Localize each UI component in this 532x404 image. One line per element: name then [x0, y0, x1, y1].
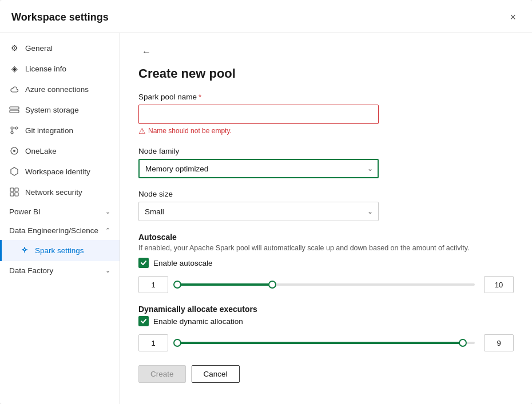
spark-settings-icon	[20, 245, 29, 256]
diamond-icon: ◈	[9, 63, 19, 74]
sidebar-item-onelake[interactable]: OneLake	[0, 141, 120, 161]
sidebar-item-label: OneLake	[25, 147, 57, 155]
svg-rect-8	[10, 188, 14, 191]
chevron-down-icon: ⌄	[105, 267, 110, 274]
sidebar-section-data-factory[interactable]: Data Factory ⌄	[0, 261, 120, 280]
autoscale-thumb-left[interactable]	[173, 281, 181, 289]
modal-header: Workspace settings ×	[0, 0, 532, 33]
svg-marker-7	[11, 167, 18, 175]
sidebar-item-license-info[interactable]: ◈ License info	[0, 58, 120, 79]
autoscale-desc: If enabled, your Apache Spark pool will …	[138, 244, 514, 252]
dynamic-alloc-slider-track[interactable]	[177, 342, 475, 344]
chevron-down-icon: ⌄	[105, 208, 110, 215]
close-button[interactable]: ×	[505, 9, 521, 26]
svg-rect-11	[15, 193, 18, 196]
cancel-button[interactable]: Cancel	[192, 365, 240, 383]
sidebar: ⚙ General ◈ License info Azure connectio…	[0, 33, 120, 404]
main-content: ← Create new pool Spark pool name* ⚠ Nam…	[120, 33, 532, 404]
sidebar-item-label: Spark settings	[35, 246, 84, 255]
dynamic-alloc-checkbox-row: Enable dynamic allocation	[138, 316, 514, 326]
node-family-select[interactable]: Memory optimized Compute optimized Gener…	[138, 159, 379, 178]
sidebar-section-label: Data Engineering/Science	[9, 226, 98, 235]
autoscale-title: Autoscale	[138, 233, 514, 242]
autoscale-slider-track[interactable]	[177, 283, 475, 286]
svg-point-3	[15, 127, 18, 129]
autoscale-max-input[interactable]: 10	[484, 276, 514, 293]
workspace-settings-modal: Workspace settings × ⚙ General ◈ License…	[0, 0, 532, 404]
git-icon	[9, 125, 19, 135]
dynamic-alloc-section: Dynamically allocate executors Enable dy…	[138, 305, 514, 351]
sidebar-item-spark-settings[interactable]: Spark settings	[0, 240, 120, 261]
autoscale-checkbox-row: Enable autoscale	[138, 258, 514, 268]
sidebar-item-workspace-identity[interactable]: Workspace identity	[0, 161, 120, 182]
dynamic-alloc-thumb-left[interactable]	[173, 339, 181, 347]
sidebar-item-label: Git integration	[25, 126, 73, 135]
node-family-label: Node family	[138, 147, 514, 155]
autoscale-thumb-right[interactable]	[268, 281, 276, 289]
workspace-identity-icon	[9, 166, 19, 177]
sidebar-item-label: Azure connections	[25, 85, 89, 94]
node-size-section: Node size Small Medium Large X-Large XX-…	[138, 190, 514, 221]
autoscale-checkbox[interactable]	[138, 258, 149, 268]
node-size-label: Node size	[138, 190, 514, 198]
button-row: Create Cancel	[138, 365, 514, 383]
storage-icon	[9, 105, 19, 115]
back-button[interactable]: ←	[138, 45, 154, 59]
sidebar-section-power-bi[interactable]: Power BI ⌄	[0, 202, 120, 221]
sidebar-item-label: System storage	[25, 106, 79, 114]
sidebar-item-label: General	[25, 44, 53, 53]
page-title: Create new pool	[138, 66, 514, 81]
sidebar-section-label: Data Factory	[9, 266, 53, 275]
sidebar-section-data-engineering[interactable]: Data Engineering/Science ⌃	[0, 221, 120, 240]
pool-name-error: ⚠ Name should not be empty.	[138, 126, 514, 135]
node-family-select-wrapper: Memory optimized Compute optimized Gener…	[138, 159, 379, 178]
sidebar-section-label: Power BI	[9, 207, 41, 216]
onelake-icon	[9, 146, 19, 156]
svg-rect-0	[10, 107, 19, 109]
node-family-section: Node family Memory optimized Compute opt…	[138, 147, 514, 178]
sidebar-item-label: Network security	[25, 188, 82, 197]
dynamic-alloc-slider-fill	[177, 342, 463, 344]
svg-point-4	[11, 127, 13, 129]
autoscale-slider-fill	[177, 283, 272, 286]
sidebar-item-git-integration[interactable]: Git integration	[0, 120, 120, 141]
dynamic-alloc-checkbox[interactable]	[138, 316, 149, 326]
node-size-select-wrapper: Small Medium Large X-Large XX-Large ⌄	[138, 202, 379, 221]
autoscale-min-input[interactable]: 1	[138, 276, 168, 293]
sidebar-item-label: License info	[25, 65, 66, 73]
sidebar-item-general[interactable]: ⚙ General	[0, 38, 120, 58]
modal-body: ⚙ General ◈ License info Azure connectio…	[0, 33, 532, 404]
dynamic-alloc-max-input[interactable]: 9	[484, 334, 514, 351]
pool-name-input[interactable]	[138, 105, 379, 124]
dynamic-alloc-min-input[interactable]: 1	[138, 334, 168, 351]
required-marker: *	[198, 93, 201, 101]
dynamic-alloc-thumb-right[interactable]	[459, 339, 467, 347]
dynamic-alloc-slider-row: 1 9	[138, 334, 514, 351]
create-button[interactable]: Create	[138, 365, 186, 383]
pool-name-label: Spark pool name*	[138, 93, 514, 101]
sidebar-item-label: Workspace identity	[25, 167, 90, 176]
sidebar-item-network-security[interactable]: Network security	[0, 182, 120, 202]
chevron-up-icon: ⌃	[105, 227, 110, 234]
node-size-select[interactable]: Small Medium Large X-Large XX-Large	[138, 202, 379, 221]
cloud-icon	[9, 84, 19, 94]
svg-point-2	[11, 131, 13, 134]
network-security-icon	[9, 187, 19, 197]
sidebar-item-system-storage[interactable]: System storage	[0, 99, 120, 120]
modal-title: Workspace settings	[11, 11, 109, 23]
error-icon: ⚠	[138, 126, 146, 135]
svg-rect-9	[15, 188, 18, 191]
svg-rect-1	[10, 110, 19, 113]
svg-rect-10	[10, 193, 14, 196]
autoscale-section: Autoscale If enabled, your Apache Spark …	[138, 233, 514, 293]
gear-icon: ⚙	[9, 43, 19, 53]
autoscale-slider-row: 1 10	[138, 276, 514, 293]
dynamic-alloc-title: Dynamically allocate executors	[138, 305, 514, 314]
autoscale-checkbox-label: Enable autoscale	[153, 259, 213, 267]
dynamic-alloc-checkbox-label: Enable dynamic allocation	[153, 317, 243, 326]
sidebar-item-azure-connections[interactable]: Azure connections	[0, 79, 120, 99]
svg-point-6	[13, 150, 15, 152]
pool-name-section: Spark pool name* ⚠ Name should not be em…	[138, 93, 514, 135]
